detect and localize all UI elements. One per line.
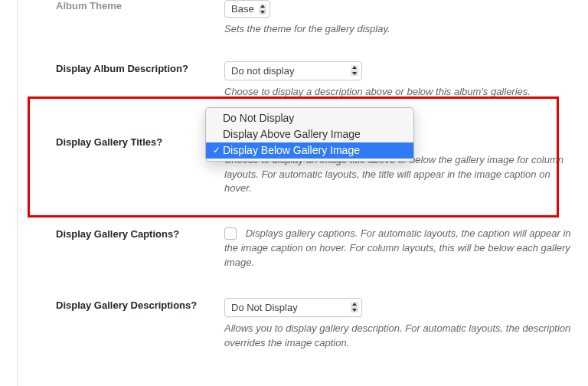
row-album-theme: Album Theme Base Sets the theme for the … (56, 0, 573, 47)
row-display-gallery-captions: Display Gallery Captions? Displays galle… (56, 213, 573, 284)
check-icon: ✓ (211, 144, 223, 156)
content-display-album-description: Do not display Choose to display a descr… (224, 61, 573, 100)
label-display-gallery-titles: Display Gallery Titles? (56, 135, 224, 148)
desc-display-gallery-captions: Displays gallery captions. For automatic… (224, 227, 571, 268)
label-display-album-description: Display Album Description? (56, 61, 224, 74)
row-display-album-description: Display Album Description? Do not displa… (56, 47, 573, 113)
desc-display-album-description: Choose to display a description above or… (224, 85, 573, 100)
label-album-theme: Album Theme (56, 0, 224, 11)
dropdown-option-label: Display Above Gallery Image (223, 127, 361, 142)
dropdown-option-1[interactable]: Display Above Gallery Image (206, 126, 413, 142)
desc-display-gallery-descriptions: Allows you to display gallery descriptio… (224, 322, 573, 351)
content-display-gallery-captions: Displays gallery captions. For automatic… (224, 227, 573, 270)
label-display-gallery-captions: Display Gallery Captions? (56, 227, 224, 240)
dropdown-option-0[interactable]: Do Not Display (206, 110, 413, 126)
dropdown-gallery-titles: Do Not Display Display Above Gallery Ima… (205, 107, 414, 162)
checkbox-display-gallery-captions[interactable] (224, 227, 237, 240)
updown-icon (259, 4, 266, 15)
row-display-gallery-descriptions: Display Gallery Descriptions? Do Not Dis… (56, 284, 573, 365)
select-display-gallery-descriptions-value: Do Not Display (231, 302, 346, 313)
dropdown-option-label: Display Below Gallery Image (223, 143, 360, 158)
updown-icon (351, 302, 358, 312)
select-album-theme[interactable]: Base (224, 0, 270, 18)
updown-icon (351, 65, 358, 76)
label-display-gallery-descriptions: Display Gallery Descriptions? (56, 298, 224, 311)
select-display-album-description-value: Do not display (231, 65, 346, 77)
content-display-gallery-descriptions: Do Not Display Allows you to display gal… (224, 298, 573, 351)
select-album-theme-value: Base (231, 3, 254, 15)
content-album-theme: Base Sets the theme for the gallery disp… (224, 0, 573, 37)
dropdown-option-label: Do Not Display (223, 111, 294, 126)
dropdown-option-2[interactable]: ✓ Display Below Gallery Image (206, 142, 413, 159)
desc-album-theme: Sets the theme for the gallery display. (224, 22, 573, 37)
select-display-album-description[interactable]: Do not display (224, 61, 362, 80)
select-display-gallery-descriptions[interactable]: Do Not Display (224, 298, 362, 317)
